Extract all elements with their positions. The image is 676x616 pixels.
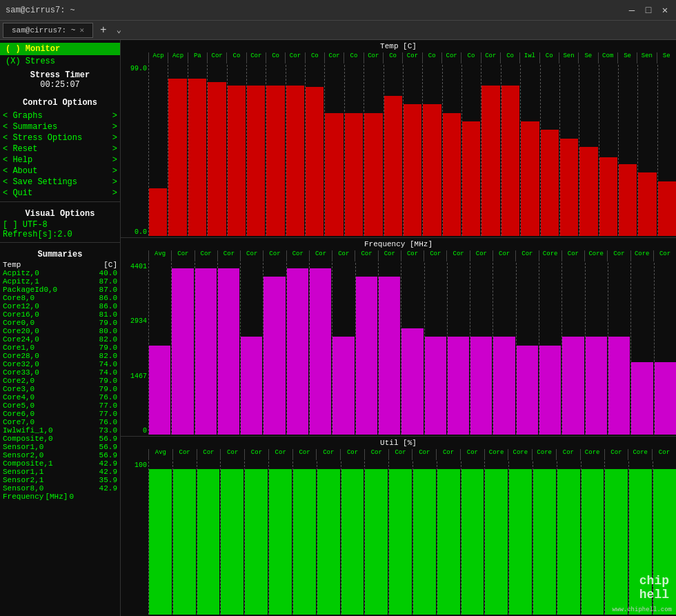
temp-bar [599,157,617,236]
sidebar-item-stress-options[interactable]: < Stress Options > [0,132,120,143]
close-button[interactable]: ✕ [659,5,670,16]
freq-bar [379,277,400,434]
sidebar-item-help[interactable]: < Help > [0,155,120,166]
charts-area: Temp [C] AcpAcpPaCorCoCorCoCorCoCorCoCor… [121,40,676,616]
freq-col-header: Cor [240,250,263,261]
control-options-title: Control Options [0,98,120,108]
temp-bar-container [422,65,441,236]
freq-bar-container [470,263,492,434]
temp-bar-container [657,65,676,236]
temp-bar [541,130,559,236]
tab-main[interactable]: sam@cirrus7: ~ ✕ [3,23,93,38]
freq-unit: [MHz] [45,493,68,501]
sum-val: 42.9 [90,484,117,493]
temp-y-axis: 99.0 0.0 [121,63,148,237]
temp-col-header: Cor [207,52,226,63]
sum-val: 82.0 [90,335,117,344]
stress-options-arrow: > [112,133,117,143]
freq-bar [332,337,354,435]
freq-bar-container [401,263,423,434]
util-col-header: Cor [604,449,628,460]
temp-bar [247,86,265,237]
temp-bar [443,113,461,237]
util-bar-container [461,461,484,615]
freq-bar [517,346,538,435]
sidebar-utf[interactable]: [ ] UTF-8 [0,220,120,230]
sidebar-item-quit[interactable]: < Quit > [0,188,120,199]
quit-label: < Quit [3,188,32,198]
sum-val: 87.0 [90,277,117,286]
temp-bar [345,113,363,237]
sum-val: 79.0 [90,319,117,327]
freq-bar-container [195,263,217,434]
freq-col-header: Avg [148,250,171,261]
sidebar-monitor[interactable]: ( ) Monitor [0,43,120,55]
sum-name: Core4,0 [3,393,90,401]
summary-row: Core16,081.0 [0,310,120,319]
freq-col-header: Cor [653,250,676,261]
tab-close-icon[interactable]: ✕ [79,26,84,34]
sum-name: Composite,1 [3,459,90,468]
sum-name: Sensor2,0 [3,451,90,459]
titlebar: sam@cirrus7: ~ — □ ✕ [0,0,676,21]
util-y-max: 100 [135,461,147,469]
sidebar-divider-1 [0,201,120,202]
maximize-button[interactable]: □ [643,5,654,16]
freq-bar-container [493,263,515,434]
freq-chart-panel: Frequency [MHz] AvgCorCorCorCorCorCorCor… [121,238,676,436]
sum-val: 76.0 [90,393,117,401]
util-bar-container [581,461,604,615]
tab-add-button[interactable]: + [96,24,111,37]
temp-col-header: Se [578,52,597,63]
freq-chart-body: 4401 2934 1467 0 [121,261,676,435]
sidebar-item-summaries[interactable]: < Summaries > [0,121,120,132]
stress-timer-label: Stress Timer [0,70,120,80]
freq-chart-header: Frequency [MHz] [121,238,676,250]
graphs-label: < Graphs [3,111,43,121]
save-settings-arrow: > [112,177,117,187]
sidebar-stress[interactable]: (X) Stress [0,55,120,68]
sidebar-item-about[interactable]: < About > [0,166,120,177]
sum-name: Iwlwifi_1,0 [3,426,90,435]
freq-col-header: Core [630,250,653,261]
sum-val: 74.0 [90,368,117,377]
temp-bar-container [344,65,363,236]
freq-bar [195,268,217,435]
sum-val: 40.0 [90,269,117,277]
tab-chevron-icon[interactable]: ⌄ [114,25,124,35]
freq-bar [470,337,492,435]
util-bar-container [268,461,292,615]
util-bar-container [533,461,556,615]
temp-bar [306,87,324,236]
sum-name: Core0,0 [3,319,90,327]
freq-bar-container [608,263,630,434]
freq-bar-container [286,263,308,434]
freq-bar-container [447,263,469,434]
sidebar-item-graphs[interactable]: < Graphs > [0,110,120,121]
sidebar-item-reset[interactable]: < Reset > [0,143,120,155]
freq-col-header: Cor [332,250,355,261]
util-bar [149,469,172,615]
sidebar-item-save-settings[interactable]: < Save Settings > [0,177,120,188]
sum-val: 73.0 [90,426,117,435]
summary-row: Composite,056.9 [0,435,120,443]
temp-col-header: Se [617,52,637,63]
util-bar [629,469,652,615]
summary-row: Core7,076.0 [0,418,120,426]
temp-bar [208,82,226,237]
minimize-button[interactable]: — [626,5,637,16]
temp-bar-container [618,65,637,236]
freq-bar [608,337,630,435]
summary-row: Core0,079.0 [0,319,120,327]
summary-row: Core6,077.0 [0,410,120,418]
temp-bar-container [305,65,324,236]
temp-bar-container [461,65,480,236]
temp-bar-container [324,65,343,236]
temp-col-header: Co [305,52,324,63]
freq-col-header: Cor [286,250,309,261]
summary-row: Sensor2,135.9 [0,476,120,484]
temp-bar [462,121,480,236]
sum-name: Core20,0 [3,327,90,335]
summaries-label: < Summaries [3,122,57,132]
util-bar [485,469,508,615]
